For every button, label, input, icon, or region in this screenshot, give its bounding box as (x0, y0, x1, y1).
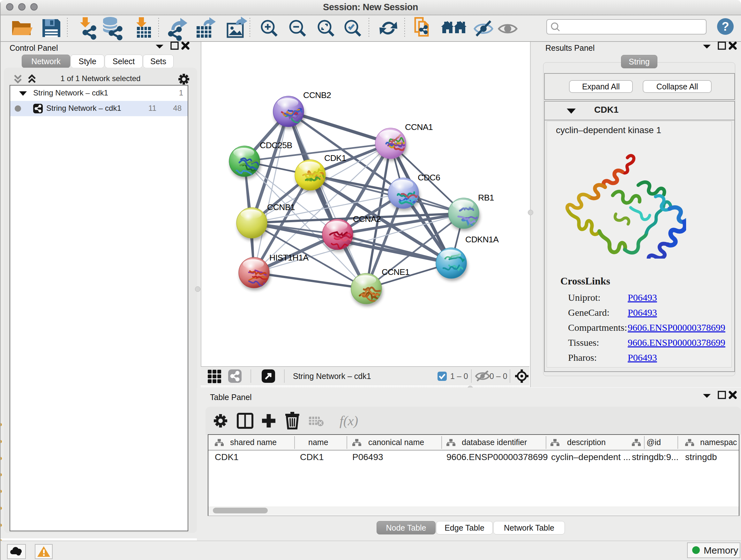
svg-text:?: ? (722, 20, 729, 33)
svg-text:CDC25B: CDC25B (260, 140, 292, 150)
svg-text:CCNA2: CCNA2 (353, 214, 381, 224)
svg-text:HIST1H1A: HIST1H1A (269, 253, 309, 262)
svg-text:CDKN1A: CDKN1A (465, 235, 499, 244)
svg-text:CCNA1: CCNA1 (405, 122, 433, 132)
svg-text:CDK1: CDK1 (324, 153, 346, 163)
svg-text:CCNE1: CCNE1 (382, 267, 409, 277)
svg-text:CDC6: CDC6 (418, 173, 440, 182)
svg-text:CCNB2: CCNB2 (303, 90, 331, 100)
svg-text:CCNB1: CCNB1 (267, 202, 295, 212)
svg-text:RB1: RB1 (478, 193, 494, 202)
svg-text:0 – 0: 0 – 0 (489, 372, 508, 381)
svg-text:1 – 0: 1 – 0 (450, 372, 468, 381)
svg-text:f(x): f(x) (340, 414, 358, 428)
svg-text:String Network – cdk1: String Network – cdk1 (293, 372, 371, 381)
